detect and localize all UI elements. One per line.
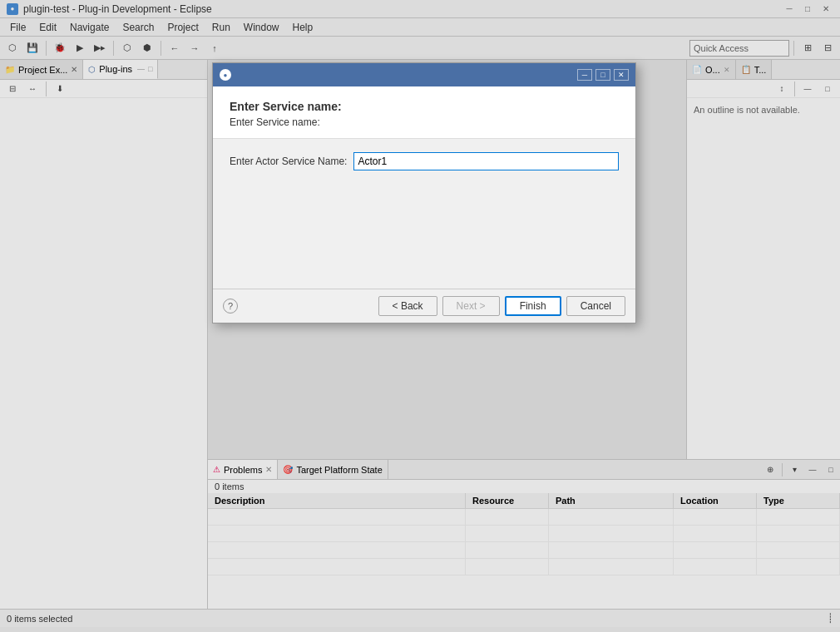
dialog-field-actor-service: Enter Actor Service Name:	[230, 152, 619, 170]
finish-button[interactable]: Finish	[505, 296, 561, 316]
dialog-header-subtitle: Enter Service name:	[230, 116, 619, 128]
back-button[interactable]: < Back	[378, 296, 437, 316]
dialog-maximize-button[interactable]: □	[595, 69, 610, 81]
dialog-win-controls[interactable]: ─ □ ✕	[577, 69, 629, 81]
dialog-title-bar: ● ─ □ ✕	[213, 63, 635, 86]
dialog-footer: ? < Back Next > Finish Cancel	[213, 289, 635, 323]
dialog-close-button[interactable]: ✕	[614, 69, 629, 81]
dialog-header: Enter Service name: Enter Service name:	[213, 86, 635, 139]
dialog-minimize-button[interactable]: ─	[577, 69, 592, 81]
dialog-overlay: ● ─ □ ✕ Enter Service name: Enter Servic…	[0, 0, 840, 632]
next-button[interactable]: Next >	[442, 296, 500, 316]
dialog-title-icon: ●	[220, 69, 231, 81]
dialog-body: Enter Actor Service Name:	[213, 139, 635, 289]
help-button[interactable]: ?	[223, 299, 238, 314]
enter-service-dialog: ● ─ □ ✕ Enter Service name: Enter Servic…	[212, 62, 636, 323]
cancel-button[interactable]: Cancel	[566, 296, 625, 316]
dialog-header-title: Enter Service name:	[230, 100, 619, 113]
field-label-actor-service: Enter Actor Service Name:	[230, 156, 347, 167]
actor-service-name-input[interactable]	[353, 152, 619, 170]
